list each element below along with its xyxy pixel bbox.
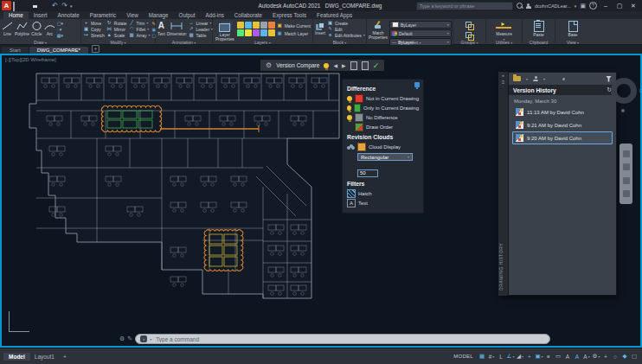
lightbulb-icon[interactable] bbox=[347, 115, 352, 120]
polyline-button[interactable]: Polyline bbox=[15, 20, 29, 36]
navigation-bar[interactable] bbox=[620, 144, 632, 204]
line-button[interactable]: Line bbox=[2, 20, 13, 36]
storage-location-icon[interactable] bbox=[513, 76, 521, 81]
leader-button[interactable]: ↗Leader▾ bbox=[188, 26, 213, 32]
ribbon-tab-featured-apps[interactable]: Featured Apps bbox=[311, 11, 357, 19]
object-snap-icon[interactable]: ▣▾ bbox=[535, 351, 543, 362]
full-navigation-wheel-icon[interactable] bbox=[623, 150, 630, 157]
undo-icon[interactable]: ↶ bbox=[51, 1, 59, 10]
paste-button[interactable]: Paste bbox=[533, 20, 543, 37]
ribbon-tab-insert[interactable]: Insert bbox=[29, 11, 53, 19]
layer-tool-icon-3[interactable] bbox=[260, 22, 267, 29]
stretch-button[interactable]: ↦Stretch bbox=[83, 32, 105, 38]
autocad-logo-icon[interactable]: A bbox=[2, 1, 11, 10]
search-icon[interactable] bbox=[517, 3, 523, 9]
file-tab-dwg-compare[interactable]: DWG_COMPARE* bbox=[29, 47, 88, 54]
version-item-2[interactable]: 9:20 AM by David Cohn bbox=[512, 131, 613, 144]
lightbulb-icon[interactable] bbox=[324, 63, 329, 68]
settings-gear-icon[interactable]: ⚙ bbox=[266, 61, 272, 70]
annotation-monitor-icon[interactable]: + bbox=[601, 351, 610, 362]
edit-block-button[interactable]: ✎Edit bbox=[327, 26, 365, 32]
restore-button[interactable]: ▢ bbox=[614, 3, 625, 10]
cloud-shape-dropdown[interactable]: Rectangular▾ bbox=[357, 153, 413, 161]
layer-tool-icon-7[interactable] bbox=[253, 29, 260, 36]
layer-tool-icon-5[interactable] bbox=[237, 29, 244, 36]
match-layer-button[interactable]: ▣Match Layer bbox=[277, 30, 311, 36]
create-block-button[interactable]: ▣Create bbox=[327, 20, 365, 26]
layer-tool-icon-4[interactable] bbox=[268, 22, 275, 29]
edit-attributes-button[interactable]: ≡Edit Attributes▾ bbox=[327, 32, 365, 38]
close-button[interactable]: ✕ bbox=[628, 3, 639, 10]
linear-button[interactable]: ↔Linear▾ bbox=[188, 20, 213, 26]
account-icon[interactable] bbox=[526, 3, 531, 9]
filter-hatch-row[interactable]: Hatch bbox=[347, 188, 419, 198]
layer-tool-icon-6[interactable] bbox=[245, 29, 252, 36]
circle-button[interactable]: Circle bbox=[31, 20, 42, 36]
layer-tool-icon-8[interactable] bbox=[260, 29, 267, 36]
export-snapshot-icon[interactable] bbox=[350, 61, 357, 70]
layer-tool-icon-9[interactable] bbox=[268, 29, 275, 36]
command-search-icon[interactable]: › bbox=[140, 335, 147, 342]
layer-tool-icon-0[interactable] bbox=[237, 22, 244, 29]
ribbon-tab-output[interactable]: Output bbox=[174, 11, 201, 19]
zoom-icon[interactable] bbox=[623, 177, 630, 184]
new-drawing-tab-button[interactable]: + bbox=[92, 45, 100, 53]
difference-row-1[interactable]: Only in Current Drawing bbox=[347, 103, 419, 112]
array-button[interactable]: ▦Array▾ bbox=[129, 32, 151, 38]
isometric-drafting-icon[interactable]: ◢▾ bbox=[516, 351, 524, 362]
revision-cloud-icon[interactable] bbox=[347, 144, 355, 150]
filter-text-row[interactable]: A Text bbox=[347, 198, 419, 208]
command-input[interactable] bbox=[154, 335, 545, 343]
layer-tool-icon-2[interactable] bbox=[253, 22, 260, 29]
object-color-dropdown[interactable]: ByLayer▾ bbox=[389, 21, 452, 29]
minimize-button[interactable]: – bbox=[600, 3, 611, 9]
polar-tracking-icon[interactable]: ∠▾ bbox=[506, 351, 515, 362]
lightbulb-icon[interactable] bbox=[347, 105, 351, 111]
copy-button[interactable]: ▣Copy bbox=[83, 26, 105, 32]
ribbon-tab-add-ins[interactable]: Add-ins bbox=[200, 11, 228, 19]
ribbon-tab-express-tools[interactable]: Express Tools bbox=[267, 11, 311, 19]
apps-icon[interactable]: ▣ bbox=[580, 3, 586, 10]
mirror-button[interactable]: ⋈Mirror bbox=[106, 26, 127, 32]
cloud-color-swatch[interactable] bbox=[357, 143, 366, 151]
difference-row-2[interactable]: No Difference bbox=[347, 112, 419, 122]
next-difference-icon[interactable]: ▶ bbox=[342, 62, 346, 68]
qat-dropdown-icon[interactable]: ▾ bbox=[70, 3, 73, 9]
file-tab-start[interactable]: Start bbox=[2, 47, 29, 54]
palette-menu-icon[interactable]: ≡ bbox=[498, 79, 508, 86]
model-tab[interactable]: Model bbox=[3, 353, 30, 361]
base-button[interactable]: Base bbox=[568, 20, 578, 37]
rotate-button[interactable]: ↻Rotate bbox=[106, 20, 127, 26]
snap-mode-icon[interactable]: #▾ bbox=[487, 351, 496, 362]
ortho-mode-icon[interactable]: L bbox=[497, 351, 505, 362]
layer-state-icons[interactable] bbox=[237, 22, 275, 36]
owner-filter-icon[interactable] bbox=[533, 76, 538, 81]
trim-button[interactable]: ╱Trim▾ bbox=[129, 20, 151, 26]
exit-compare-icon[interactable]: ✓ bbox=[373, 61, 380, 70]
clean-screen-icon[interactable]: ▢ bbox=[630, 351, 639, 362]
table-button[interactable]: ▦Table bbox=[188, 32, 213, 38]
workspace-switching-icon[interactable]: ⚙▾ bbox=[592, 351, 600, 362]
previous-difference-icon[interactable]: ◀ bbox=[333, 62, 337, 68]
isolate-objects-icon[interactable]: ○ bbox=[611, 351, 620, 362]
layer-tool-icon-1[interactable] bbox=[245, 22, 252, 29]
new-layout-button[interactable]: + bbox=[59, 353, 71, 361]
ribbon-tab-manage[interactable]: Manage bbox=[144, 11, 174, 19]
ungroup-icon[interactable] bbox=[465, 32, 473, 39]
lineweight-dropdown[interactable]: Default▾ bbox=[389, 29, 452, 37]
palette-autohide-icon[interactable]: « bbox=[498, 72, 508, 79]
lightbulb-icon[interactable] bbox=[347, 96, 352, 101]
help-icon[interactable]: ? bbox=[589, 2, 597, 10]
annotation-visibility-icon[interactable]: A bbox=[563, 351, 572, 362]
text-button[interactable]: AText bbox=[157, 20, 165, 36]
ribbon-tab-view[interactable]: View bbox=[121, 11, 144, 19]
grid-display-icon[interactable]: ▦ bbox=[478, 351, 486, 362]
measure-button[interactable]: Measure▾ bbox=[496, 20, 512, 42]
account-dropdown-icon[interactable]: ▾ bbox=[575, 3, 577, 9]
drawing-canvas[interactable]: [-][Top][2D Wireframe] ⚙ Version Compare… bbox=[2, 55, 640, 346]
fillet-button[interactable]: ◠Fillet▾ bbox=[129, 26, 151, 32]
navigation-wheel[interactable] bbox=[611, 78, 637, 104]
redo-icon[interactable]: ↷ bbox=[61, 1, 68, 10]
draw-more-icons[interactable]: ▢▾◌▾▦▾ bbox=[57, 20, 63, 38]
customize-icon[interactable]: ⚙ bbox=[119, 335, 125, 342]
